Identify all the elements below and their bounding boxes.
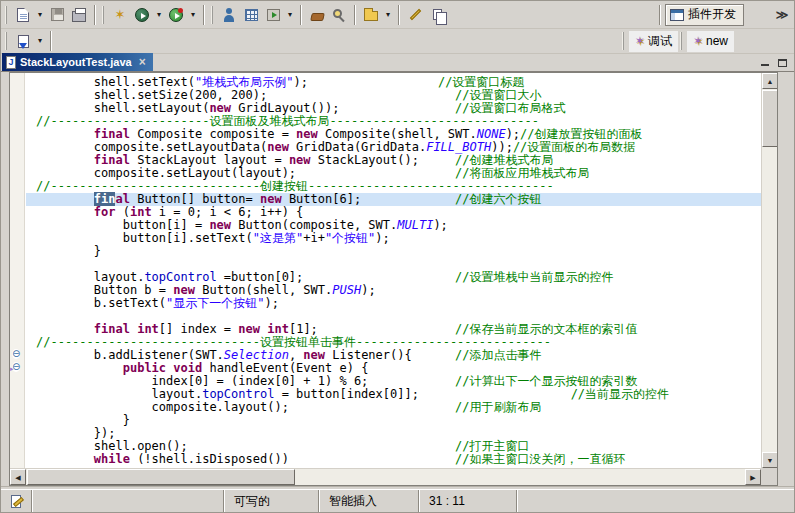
open-resource-dropdown[interactable]: ▾ (382, 4, 394, 26)
minimize-button[interactable] (757, 56, 772, 69)
vertical-scrollbar[interactable]: ▲ ▼ (761, 73, 777, 468)
toolbar-drag-handle[interactable] (622, 32, 625, 50)
open-resource-button[interactable] (360, 4, 382, 26)
perspective-icon (670, 9, 684, 21)
code-line[interactable]: } (36, 414, 761, 427)
chevron-down-icon: ▾ (38, 37, 42, 45)
toolbar-drag-handle[interactable] (211, 6, 214, 24)
status-bar: 可写的 智能插入 31 : 11 (1, 489, 794, 512)
toolbar-separator (398, 5, 400, 25)
code-segment: ); (375, 231, 389, 245)
code-segment: ); (293, 75, 438, 89)
code-segment (36, 192, 94, 206)
vertical-scroll-thumb[interactable] (762, 90, 778, 147)
tab-stacklayouttest[interactable]: J StackLayoutTest.java × (2, 53, 153, 71)
code-segment: button[i].setText( (36, 231, 253, 245)
code-line[interactable]: } (36, 245, 761, 258)
new-file-button[interactable] (12, 4, 34, 26)
copy-button[interactable] (426, 4, 448, 26)
paint-button[interactable] (306, 4, 328, 26)
code-line[interactable]: composite.layout(); //用于刷新布局 (36, 401, 761, 414)
code-segment: } (36, 244, 101, 258)
scroll-down-button[interactable]: ▼ (762, 452, 778, 468)
mark-occurrences-button[interactable] (404, 4, 426, 26)
code-segment: PUSH (332, 283, 361, 297)
debug-dropdown[interactable]: ▾ (153, 4, 165, 26)
new-file-dropdown[interactable]: ▾ (34, 4, 46, 26)
code-segment: }); (36, 426, 115, 440)
search-button[interactable] (328, 4, 350, 26)
code-segment: [1]; (289, 322, 455, 336)
debug-button[interactable] (131, 4, 153, 26)
scroll-up-button[interactable]: ▲ (762, 73, 778, 89)
scroll-left-button[interactable]: ◀ (10, 469, 26, 485)
minimize-icon (761, 59, 769, 66)
print-icon (72, 11, 86, 22)
fold-collapse-icon[interactable]: ⊖ (12, 349, 20, 359)
pencil-icon (409, 9, 420, 20)
maximize-icon (778, 59, 787, 67)
annotation-ruler[interactable]: ⊖ ⊖ ▸ (10, 73, 25, 468)
team-button[interactable] (218, 4, 240, 26)
perspective-debug-button[interactable]: ✶ 调试 (629, 31, 678, 52)
plugin-registry-button[interactable] (240, 4, 262, 26)
code-segment: al (115, 192, 129, 206)
scroll-right-button[interactable]: ▶ (745, 469, 761, 485)
code-segment: +i+ (303, 231, 325, 245)
code-segment: final (94, 153, 130, 167)
editor-area-buttons (757, 54, 794, 71)
code-segment: int (137, 322, 159, 336)
code-segment: //如果主窗口没关闭，一直循环 (455, 452, 625, 466)
toolbar-separator (50, 31, 52, 51)
code-area[interactable]: shell.setText("堆栈式布局示例"); //设置窗口标题 shell… (26, 73, 761, 468)
next-annotation-dropdown[interactable]: ▾ (34, 30, 46, 52)
print-button[interactable] (68, 4, 90, 26)
code-segment: shell.setLayout( (36, 101, 209, 115)
toolbar-drag-handle[interactable] (102, 6, 105, 24)
external-tools-button[interactable] (262, 4, 284, 26)
tab-close-icon[interactable]: × (139, 56, 146, 68)
code-segment: //创建堆栈式布局 (455, 153, 553, 167)
code-segment: public (123, 361, 166, 375)
tab-title: StackLayoutTest.java (20, 56, 132, 68)
code-segment: new (289, 153, 311, 167)
save-button[interactable] (46, 4, 68, 26)
toolbar-drag-handle[interactable] (5, 6, 8, 24)
next-annotation-button[interactable] (12, 30, 34, 52)
toolbar-overflow-button[interactable]: ≫ (770, 4, 792, 26)
horizontal-scroll-thumb[interactable] (27, 469, 295, 485)
code-segment: FILL_BOTH (426, 140, 491, 154)
copy-icon (433, 9, 442, 20)
code-segment: shell.open(); (36, 439, 455, 453)
code-segment: index[0] = (index[0] + 1) % 6; (36, 374, 455, 388)
run-dropdown[interactable]: ▾ (187, 4, 199, 26)
chevron-down-icon: ▾ (288, 11, 292, 19)
code-line[interactable]: while (!shell.isDisposed()) //如果主窗口没关闭，一… (36, 453, 761, 466)
run-button[interactable] (165, 4, 187, 26)
toolbar-drag-handle[interactable] (680, 32, 683, 50)
code-segment: //将面板应用堆栈式布局 (455, 166, 589, 180)
code-segment: int (267, 322, 289, 336)
code-segment: topControl (144, 270, 216, 284)
maximize-button[interactable] (775, 56, 790, 69)
code-segment: Button[6]; (282, 192, 455, 206)
new-wizard-button[interactable]: ✶ (109, 4, 131, 26)
code-segment: composite.setLayoutData( (36, 140, 267, 154)
code-segment (36, 361, 123, 375)
horizontal-scrollbar[interactable]: ◀ ▶ (10, 468, 761, 485)
perspective-new-button[interactable]: ✶ new (687, 31, 734, 52)
code-segment: new (267, 140, 289, 154)
new-file-icon (17, 8, 29, 22)
code-segment: "这是第" (253, 231, 303, 245)
code-segment: while (94, 452, 130, 466)
status-editor-cell (1, 490, 31, 512)
code-segment: i = 0; i < 6; i++) { (152, 205, 304, 219)
code-line[interactable]: b.setText("显示下一个按钮"); (36, 297, 761, 310)
code-segment: fin (94, 192, 116, 206)
folder-icon (364, 11, 378, 21)
external-tools-dropdown[interactable]: ▾ (284, 4, 296, 26)
code-segment: final (94, 322, 130, 336)
code-line[interactable]: button[i].setText("这是第"+i+"个按钮"); (36, 232, 761, 245)
perspective-plugin-dev-button[interactable]: 插件开发 (665, 4, 744, 26)
toolbar-drag-handle[interactable] (5, 32, 8, 50)
